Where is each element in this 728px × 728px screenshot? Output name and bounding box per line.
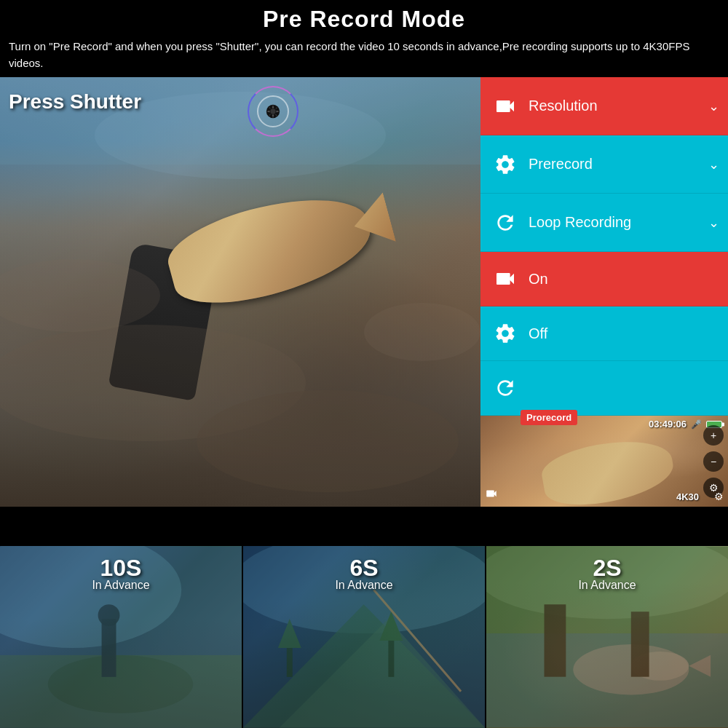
shutter-circle <box>248 86 298 137</box>
menu-panel: Resolution ⌄ Prerecord ⌄ Loop Recording … <box>480 77 728 507</box>
thumbnail-10s: 10S In Advance <box>0 546 242 728</box>
refresh-icon <box>494 211 517 234</box>
video-cam-bottom-icon <box>485 487 498 502</box>
thumb1-label: In Advance <box>92 579 149 592</box>
submenu-refresh[interactable]: Prorecord <box>480 361 728 416</box>
off-label: Off <box>529 325 719 342</box>
settings-bottom-icon: ⚙ <box>714 491 724 502</box>
thumb2-time: 6S <box>335 555 392 582</box>
thumb1-time: 10S <box>92 555 149 582</box>
page-title: Pre Record Mode <box>0 6 728 33</box>
recording-time: 03:49:06 <box>649 419 687 430</box>
svg-point-13 <box>98 604 120 626</box>
mic-icon: 🎤 <box>691 419 702 430</box>
thumbnail-2s: 2S In Advance <box>486 546 728 728</box>
svg-point-7 <box>270 108 275 114</box>
loop-chevron: ⌄ <box>708 215 719 231</box>
thumb3-time: 2S <box>578 555 636 582</box>
svg-rect-29 <box>545 604 566 676</box>
refresh-sub-svg <box>494 376 517 400</box>
submenu-on[interactable]: On <box>480 252 728 306</box>
scene-texture <box>0 77 480 507</box>
gear-icon-off <box>494 322 517 345</box>
svg-rect-12 <box>102 619 116 677</box>
resolution-chevron: ⌄ <box>708 98 719 114</box>
video-camera-icon <box>494 95 517 118</box>
shutter-blade-icon <box>265 103 281 119</box>
camera-view: Press Shutter <box>0 77 480 507</box>
bottom-thumbnails: 10S In Advance 6S In Advance <box>0 546 728 728</box>
thumbnail-6s: 6S In Advance <box>242 546 486 728</box>
svg-point-3 <box>364 303 480 361</box>
thumb2-label: In Advance <box>335 579 392 592</box>
resolution-label: Resolution <box>529 98 708 114</box>
description-text: Turn on "Pre Record" and when you press … <box>0 36 728 77</box>
svg-point-2 <box>0 259 160 332</box>
press-shutter-label: Press Shutter <box>9 90 141 114</box>
thumb1-text: 10S In Advance <box>92 555 149 592</box>
prorecord-label: Prorecord <box>521 410 577 425</box>
prerecord-label: Prerecord <box>529 156 708 173</box>
gear-icon <box>494 153 517 176</box>
menu-item-prerecord[interactable]: Prerecord ⌄ <box>480 135 728 194</box>
svg-rect-28 <box>486 633 728 727</box>
submenu-off[interactable]: Off <box>480 306 728 361</box>
svg-rect-30 <box>631 612 649 676</box>
video-cam-svg <box>485 487 498 500</box>
zoom-in-button[interactable]: + <box>703 425 724 446</box>
prerecord-chevron: ⌄ <box>708 157 719 173</box>
menu-bottom-preview: 03:49:06 🎤 + − ⚙ 4K30 <box>480 416 728 507</box>
on-label: On <box>529 271 719 288</box>
loop-icon <box>489 207 521 239</box>
svg-rect-20 <box>388 641 394 677</box>
menu-item-resolution[interactable]: Resolution ⌄ <box>480 77 728 135</box>
header: Pre Record Mode <box>0 0 728 36</box>
camera-controls: + − ⚙ <box>703 425 724 498</box>
on-icon <box>489 263 521 295</box>
prerecord-icon <box>489 149 521 181</box>
zoom-out-button[interactable]: − <box>703 451 724 472</box>
video-icon-on <box>494 267 517 290</box>
loop-recording-label: Loop Recording <box>529 214 708 231</box>
svg-point-1 <box>197 390 459 492</box>
thumb3-text: 2S In Advance <box>578 555 636 592</box>
thumb2-text: 6S In Advance <box>335 555 392 592</box>
resolution-label-preview: 4K30 <box>676 491 699 502</box>
refresh-sub-icon <box>489 372 521 404</box>
resolution-icon <box>489 90 521 122</box>
thumb3-label: In Advance <box>578 579 636 592</box>
svg-point-11 <box>48 655 193 713</box>
off-icon <box>489 317 521 349</box>
main-area: Press Shutter <box>0 77 728 507</box>
svg-rect-18 <box>287 648 293 677</box>
shutter-lens <box>257 95 289 127</box>
shutter-icon <box>248 86 298 137</box>
menu-item-loop-recording[interactable]: Loop Recording ⌄ <box>480 194 728 252</box>
